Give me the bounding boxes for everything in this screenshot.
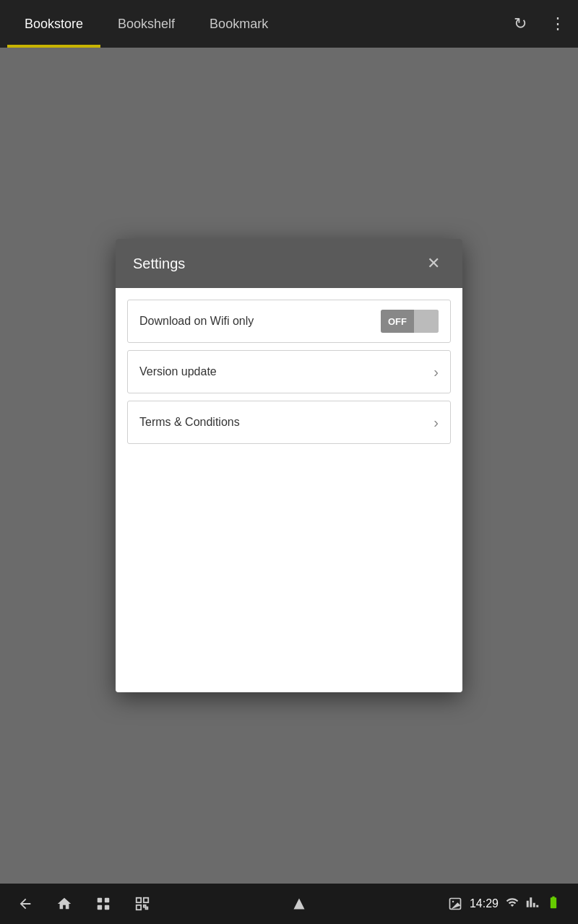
terms-conditions-row[interactable]: Terms & Conditions › (127, 401, 451, 444)
signal-status-icon (526, 896, 539, 912)
svg-rect-0 (98, 898, 102, 902)
bottom-nav-left (17, 896, 150, 912)
terms-conditions-label: Terms & Conditions (139, 416, 240, 429)
tab-bookmark[interactable]: Bookmark (192, 0, 285, 48)
svg-rect-3 (105, 905, 109, 910)
svg-point-10 (452, 901, 454, 903)
status-group: 14:29 (448, 895, 561, 912)
dialog-header: Settings ✕ (116, 239, 462, 288)
top-bar: Bookstore Bookshelf Bookmark ↻ ⋮ (0, 0, 578, 48)
tab-bookshelf[interactable]: Bookshelf (100, 0, 192, 48)
close-button[interactable]: ✕ (422, 252, 445, 275)
terms-conditions-right: › (434, 414, 439, 431)
home-button[interactable] (56, 896, 72, 912)
version-update-label: Version update (139, 365, 217, 378)
dialog-title: Settings (133, 256, 185, 272)
refresh-icon[interactable]: ↻ (507, 11, 533, 37)
tab-bar: Bookstore Bookshelf Bookmark (7, 0, 507, 48)
wifi-only-row[interactable]: Download on Wifi only OFF (127, 300, 451, 343)
chevron-right-icon: › (434, 364, 439, 380)
toggle-thumb (414, 310, 439, 333)
svg-rect-6 (137, 905, 141, 910)
qr-button[interactable] (134, 896, 150, 912)
dialog-body: Download on Wifi only OFF Version update… (116, 288, 462, 692)
wifi-only-label: Download on Wifi only (139, 315, 254, 328)
wifi-toggle[interactable]: OFF (381, 310, 439, 333)
main-content: Settings ✕ Download on Wifi only OFF (0, 48, 578, 884)
wifi-status-icon (506, 896, 519, 912)
gallery-icon (448, 897, 462, 911)
more-options-icon[interactable]: ⋮ (545, 11, 571, 37)
svg-rect-8 (144, 905, 146, 907)
bottom-bar: 14:29 (0, 884, 578, 924)
battery-status-icon (546, 895, 561, 912)
top-bar-actions: ↻ ⋮ (507, 11, 571, 37)
tab-bookstore[interactable]: Bookstore (7, 0, 100, 48)
recents-button[interactable] (95, 896, 111, 912)
wifi-only-toggle-container: OFF (381, 310, 439, 333)
toggle-off-label: OFF (381, 310, 414, 333)
dialog-overlay: Settings ✕ Download on Wifi only OFF (0, 48, 578, 884)
svg-rect-1 (105, 898, 109, 902)
menu-button[interactable] (293, 897, 306, 910)
svg-rect-5 (144, 898, 148, 902)
version-update-row[interactable]: Version update › (127, 350, 451, 393)
svg-rect-2 (98, 905, 102, 910)
svg-rect-4 (137, 898, 141, 902)
back-button[interactable] (17, 896, 33, 912)
version-update-right: › (434, 364, 439, 380)
chevron-right-icon: › (434, 414, 439, 431)
status-time: 14:29 (470, 897, 499, 910)
settings-dialog: Settings ✕ Download on Wifi only OFF (116, 239, 462, 692)
